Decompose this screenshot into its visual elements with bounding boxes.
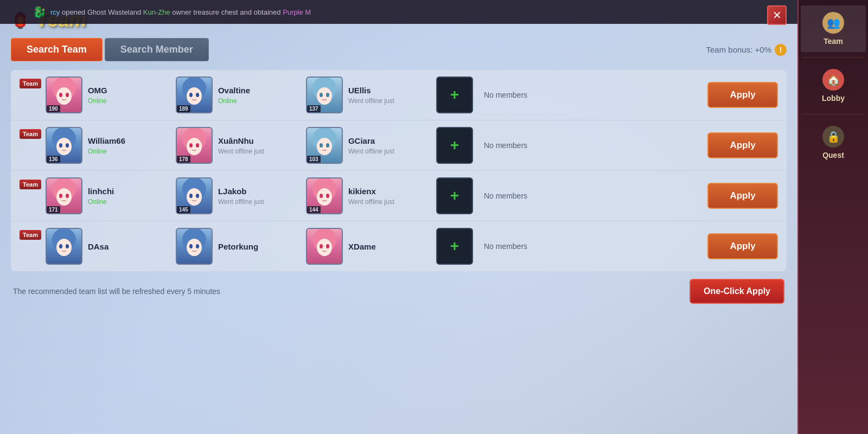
member-name-2-2: kikienx bbox=[348, 187, 394, 196]
member-name-2-1: LJakob bbox=[218, 187, 264, 196]
avatar-3-0 bbox=[46, 228, 82, 265]
member-info-0-1: OvaltineOnline bbox=[218, 86, 250, 105]
sidebar-item-quest[interactable]: 🔒 Quest bbox=[801, 119, 866, 166]
member-status-1-1: Went offline just bbox=[218, 148, 264, 155]
member-name-0-2: UEllis bbox=[348, 86, 394, 95]
svg-point-18 bbox=[189, 143, 193, 148]
plus-box-2[interactable]: + bbox=[436, 177, 473, 214]
notif-icon: 🐉 bbox=[33, 5, 46, 18]
member-slot-1-2: 103GCiaraWent offline just bbox=[306, 127, 436, 164]
avatar-level-1-2: 103 bbox=[307, 156, 321, 163]
no-members-0: No members bbox=[484, 91, 538, 99]
member-slot-3-0: DAsa bbox=[46, 228, 176, 265]
one-click-apply-button[interactable]: One-Click Apply bbox=[690, 279, 784, 304]
team-row-2: Team171linhchiOnline145LJakobWent offlin… bbox=[11, 171, 787, 221]
svg-point-21 bbox=[317, 138, 332, 155]
team-row-3: TeamDAsaPetorkungXDame+No membersApply bbox=[11, 221, 787, 271]
avatar-level-1-1: 178 bbox=[177, 156, 190, 163]
member-info-1-2: GCiaraWent offline just bbox=[348, 136, 394, 155]
svg-point-6 bbox=[189, 93, 193, 97]
team-badge-1: Team bbox=[20, 129, 41, 139]
plus-icon-1: + bbox=[450, 138, 459, 153]
avatar-wrapper-0-0: 190 bbox=[46, 76, 82, 113]
member-name-1-2: GCiara bbox=[348, 136, 394, 145]
sidebar-label-quest: Quest bbox=[822, 151, 844, 159]
warning-icon: ! bbox=[775, 44, 787, 56]
plus-box-3[interactable]: + bbox=[436, 228, 473, 265]
member-info-1-1: XuânNhuWent offline just bbox=[218, 136, 264, 155]
member-status-0-2: Went offline just bbox=[348, 97, 394, 105]
member-info-1-0: William66Online bbox=[88, 136, 125, 155]
avatar-3-2 bbox=[306, 228, 343, 265]
tab-bar: Search Team Search Member Team bonus: +0… bbox=[11, 38, 787, 61]
plus-box-0[interactable]: + bbox=[436, 76, 473, 113]
member-status-1-2: Went offline just bbox=[348, 148, 394, 155]
avatar-wrapper-2-0: 171 bbox=[46, 177, 82, 214]
svg-point-47 bbox=[326, 244, 329, 248]
member-name-2-0: linhchi bbox=[88, 187, 114, 196]
svg-point-37 bbox=[56, 239, 72, 256]
svg-point-30 bbox=[189, 194, 193, 198]
sidebar-item-team[interactable]: 👥 Team bbox=[801, 5, 866, 52]
empty-slot-3: +No members bbox=[436, 228, 566, 265]
apply-button-0[interactable]: Apply bbox=[707, 82, 778, 108]
avatar-3-1 bbox=[176, 228, 213, 265]
member-name-3-0: DAsa bbox=[88, 242, 108, 251]
refresh-note: The recommended team list will be refres… bbox=[13, 287, 220, 296]
svg-point-41 bbox=[187, 239, 202, 256]
team-badge-0: Team bbox=[20, 79, 41, 88]
svg-point-38 bbox=[59, 244, 62, 248]
avatar-level-1-0: 136 bbox=[47, 156, 60, 163]
notif-action1: opened Ghost Wasteland bbox=[62, 8, 143, 16]
member-name-3-2: XDame bbox=[348, 242, 376, 251]
apply-button-3[interactable]: Apply bbox=[707, 233, 778, 259]
svg-point-11 bbox=[326, 93, 329, 97]
apply-button-1[interactable]: Apply bbox=[707, 132, 778, 158]
svg-point-45 bbox=[317, 239, 332, 256]
apply-button-2[interactable]: Apply bbox=[707, 183, 778, 209]
member-slot-0-1: 189OvaltineOnline bbox=[176, 76, 306, 113]
team-icon: 👥 bbox=[822, 12, 844, 34]
notif-item: Purple M bbox=[283, 8, 311, 16]
svg-point-34 bbox=[320, 194, 323, 198]
member-status-2-0: Online bbox=[88, 198, 114, 206]
avatar-wrapper-1-1: 178 bbox=[176, 127, 213, 164]
member-slot-0-2: 137UEllisWent offline just bbox=[306, 76, 436, 113]
team-bonus-label: Team bonus: +0% bbox=[706, 45, 772, 54]
svg-point-29 bbox=[187, 188, 202, 206]
notif-player: rcy bbox=[50, 8, 60, 16]
member-info-3-2: XDame bbox=[348, 242, 376, 251]
avatar-wrapper-3-1 bbox=[176, 228, 213, 265]
tab-search-team[interactable]: Search Team bbox=[11, 38, 103, 61]
plus-icon-2: + bbox=[450, 188, 459, 203]
svg-point-14 bbox=[59, 143, 62, 148]
member-info-2-1: LJakobWent offline just bbox=[218, 187, 264, 206]
svg-point-9 bbox=[317, 87, 332, 105]
svg-point-39 bbox=[66, 244, 69, 248]
close-button[interactable]: ✕ bbox=[767, 5, 787, 25]
member-slot-1-1: 178XuânNhuWent offline just bbox=[176, 127, 306, 164]
no-members-1: No members bbox=[484, 141, 538, 150]
svg-point-43 bbox=[196, 244, 199, 248]
svg-point-25 bbox=[56, 188, 72, 206]
avatar-wrapper-1-2: 103 bbox=[306, 127, 343, 164]
team-list: Team190OMGOnline189OvaltineOnline137UEll… bbox=[11, 70, 787, 271]
plus-icon-0: + bbox=[450, 87, 459, 103]
avatar-level-0-0: 190 bbox=[47, 105, 60, 112]
svg-point-27 bbox=[66, 194, 69, 198]
notif-location: Kun-Zhe bbox=[143, 8, 170, 16]
member-slot-0-0: 190OMGOnline bbox=[46, 76, 176, 113]
svg-point-10 bbox=[320, 93, 323, 97]
member-status-1-0: Online bbox=[88, 148, 125, 155]
svg-point-7 bbox=[196, 93, 199, 97]
member-info-3-1: Petorkung bbox=[218, 242, 258, 251]
plus-box-1[interactable]: + bbox=[436, 127, 473, 164]
tab-search-member[interactable]: Search Member bbox=[105, 38, 209, 61]
member-info-3-0: DAsa bbox=[88, 242, 108, 251]
notification-bar: 🐉 rcy opened Ghost Wasteland Kun-Zhe own… bbox=[0, 0, 797, 24]
svg-point-15 bbox=[66, 143, 69, 148]
main-window: 🏮 Team Search Team Search Member Team bo… bbox=[0, 0, 797, 434]
member-name-1-1: XuânNhu bbox=[218, 136, 264, 145]
member-info-2-2: kikienxWent offline just bbox=[348, 187, 394, 206]
sidebar-item-lobby[interactable]: 🏠 Lobby bbox=[801, 62, 866, 109]
